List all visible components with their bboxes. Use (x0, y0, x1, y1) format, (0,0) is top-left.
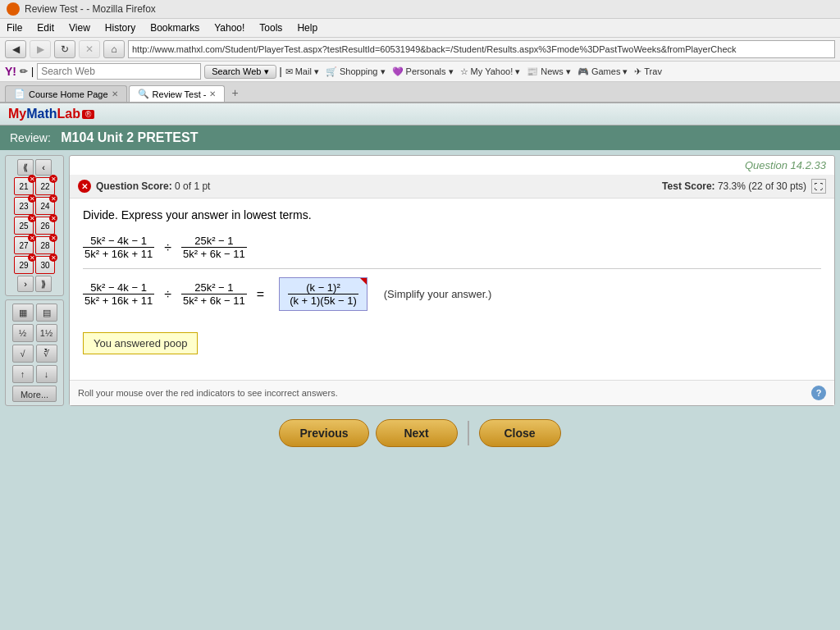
reload-button[interactable]: ↻ (54, 40, 75, 58)
review-header: Review: M104 Unit 2 PRETEST (0, 126, 840, 150)
prev-page-button[interactable]: ‹ (35, 159, 52, 176)
calc-btn-mixed[interactable]: 1½ (36, 324, 57, 342)
back-button[interactable]: ◀ (5, 40, 26, 58)
test-score-value: 73.3% (22 of 30 pts) (718, 180, 806, 192)
main-area: ⟪ ‹ 21 ✕ 22 ✕ 23 ✕ 24 ✕ (0, 150, 840, 411)
browser-title: Review Test - - Mozilla Firefox (25, 3, 156, 15)
calc-btn-table[interactable]: ▤ (36, 304, 57, 322)
mail-item[interactable]: ✉ Mail ▾ (285, 66, 319, 77)
calc-btn-down[interactable]: ↓ (36, 365, 57, 383)
answered-section: You answered poop (83, 322, 821, 354)
simplify-note: (Simplify your answer.) (384, 288, 491, 300)
q-num-30[interactable]: 30 ✕ (35, 256, 55, 274)
calc-btn-sqrt[interactable]: √ (12, 345, 34, 363)
calc-btn-up[interactable]: ↑ (12, 365, 34, 383)
home-button[interactable]: ⌂ (103, 40, 125, 58)
toolbar-sep2: | (280, 66, 282, 77)
menu-file[interactable]: File (0, 21, 29, 35)
q-num-28[interactable]: 28 ✕ (35, 236, 55, 254)
test-score: Test Score: 73.3% (22 of 30 pts) (662, 180, 806, 192)
frac1-num: 5k² − 4k − 1 (89, 235, 148, 247)
answer-box: (k − 1)² (k + 1)(5k − 1) (279, 277, 368, 311)
math-problem-line: 5k² − 4k − 1 5k² + 16k + 11 ÷ 25k² − 1 5… (83, 235, 821, 260)
calc-btn-cbrt[interactable]: ∛ (36, 345, 57, 363)
q28-wrong-icon: ✕ (49, 234, 57, 242)
tab-label: Course Home Page (29, 89, 108, 99)
tab-close-course[interactable]: ✕ (112, 89, 118, 98)
frac3-den: 5k² + 16k + 11 (83, 294, 154, 307)
menu-edit[interactable]: Edit (30, 21, 61, 35)
frac2-den: 5k² + 6k − 11 (181, 248, 247, 260)
q-num-23[interactable]: 23 ✕ (14, 197, 34, 215)
q24-wrong-icon: ✕ (49, 194, 57, 203)
question-nav-panel: ⟪ ‹ 21 ✕ 22 ✕ 23 ✕ 24 ✕ (5, 155, 64, 296)
mml-badge: ® (82, 110, 94, 119)
more-button[interactable]: More... (12, 386, 57, 402)
score-label: Question Score: 0 of 1 pt (96, 180, 210, 192)
mml-header: MyMathLab ® (0, 103, 840, 126)
personals-item[interactable]: 💜 Personals ▾ (392, 66, 454, 77)
stop-button[interactable]: ✕ (79, 40, 100, 58)
menu-view[interactable]: View (62, 21, 97, 35)
answer-num: (k − 1)² (304, 281, 342, 294)
previous-button[interactable]: Previous (279, 419, 368, 447)
answer-fraction: (k − 1)² (k + 1)(5k − 1) (288, 281, 358, 307)
games-item[interactable]: 🎮 Games ▾ (578, 66, 628, 77)
travel-item[interactable]: ✈ Trav (634, 66, 661, 77)
first-page-button[interactable]: ⟪ (17, 159, 34, 176)
tab-label2: Review Test - (153, 89, 207, 99)
expand-button[interactable]: ⛶ (811, 179, 826, 194)
review-label: Review: (10, 131, 51, 144)
browser-navbar: ◀ ▶ ↻ ✕ ⌂ (0, 38, 840, 62)
fraction-4: 25k² − 1 5k² + 6k − 11 (181, 281, 247, 307)
myyahoo-item[interactable]: ☆ My Yahoo! ▾ (460, 66, 521, 77)
equals-op: = (257, 287, 264, 302)
answered-box: You answered poop (83, 332, 198, 354)
menu-yahoo[interactable]: Yahoo! (208, 21, 251, 35)
q-num-27[interactable]: 27 ✕ (14, 236, 34, 254)
question-instruction: Divide. Express your answer in lowest te… (83, 208, 821, 221)
calc-btn-matrix[interactable]: ▦ (12, 304, 34, 322)
browser-tabs: 📄 Course Home Page ✕ 🔍 Review Test - ✕ + (0, 82, 840, 103)
score-label-bold: Question Score: (96, 180, 172, 192)
calc-row-3: √ ∛ (9, 345, 60, 363)
q-num-29[interactable]: 29 ✕ (14, 256, 34, 274)
menu-history[interactable]: History (98, 21, 142, 35)
q-num-22[interactable]: 22 ✕ (35, 177, 55, 195)
bottom-navigation-bar: Previous Next Close (0, 411, 840, 455)
question-number-label: Question 14.2.33 (70, 156, 834, 175)
calc-row-2: ½ 1½ (9, 324, 60, 342)
forward-button[interactable]: ▶ (30, 40, 51, 58)
frac4-den: 5k² + 6k − 11 (181, 294, 247, 307)
menu-tools[interactable]: Tools (253, 21, 289, 35)
calc-btn-frac[interactable]: ½ (12, 324, 34, 342)
math-answer-line: 5k² − 4k − 1 5k² + 16k + 11 ÷ 25k² − 1 5… (83, 277, 821, 311)
tab-close-review[interactable]: ✕ (209, 89, 216, 98)
tab-course-home[interactable]: 📄 Course Home Page ✕ (5, 85, 127, 102)
menu-help[interactable]: Help (290, 21, 324, 35)
mml-lab-text: Lab (57, 107, 80, 121)
question-header: ✕ Question Score: 0 of 1 pt Test Score: … (70, 175, 834, 199)
q-num-21[interactable]: 21 ✕ (14, 177, 34, 195)
next-page-button[interactable]: › (17, 276, 34, 292)
frac1-den: 5k² + 16k + 11 (83, 248, 154, 260)
help-button[interactable]: ? (811, 386, 826, 400)
frac2-num: 25k² − 1 (193, 235, 235, 247)
next-button[interactable]: Next (376, 419, 458, 447)
q-num-26[interactable]: 26 ✕ (35, 217, 55, 235)
tab-review-test[interactable]: 🔍 Review Test - ✕ (129, 85, 226, 102)
menu-bookmarks[interactable]: Bookmarks (144, 21, 206, 35)
address-bar[interactable] (128, 40, 835, 58)
search-button[interactable]: Search Web ▾ (204, 65, 276, 79)
close-button[interactable]: Close (479, 419, 561, 447)
last-page-button[interactable]: ⟫ (35, 276, 52, 292)
footer-hint: Roll your mouse over the red indicators … (78, 388, 338, 398)
q-num-25[interactable]: 25 ✕ (14, 217, 34, 235)
new-tab-button[interactable]: + (226, 84, 243, 102)
left-toolbar: ⟪ ‹ 21 ✕ 22 ✕ 23 ✕ 24 ✕ (5, 155, 64, 406)
shopping-item[interactable]: 🛒 Shopping ▾ (326, 66, 386, 77)
answer-wrong-corner (360, 278, 367, 285)
q-num-24[interactable]: 24 ✕ (35, 197, 55, 215)
yahoo-search-input[interactable] (37, 63, 201, 80)
news-item[interactable]: 📰 News ▾ (527, 66, 571, 77)
